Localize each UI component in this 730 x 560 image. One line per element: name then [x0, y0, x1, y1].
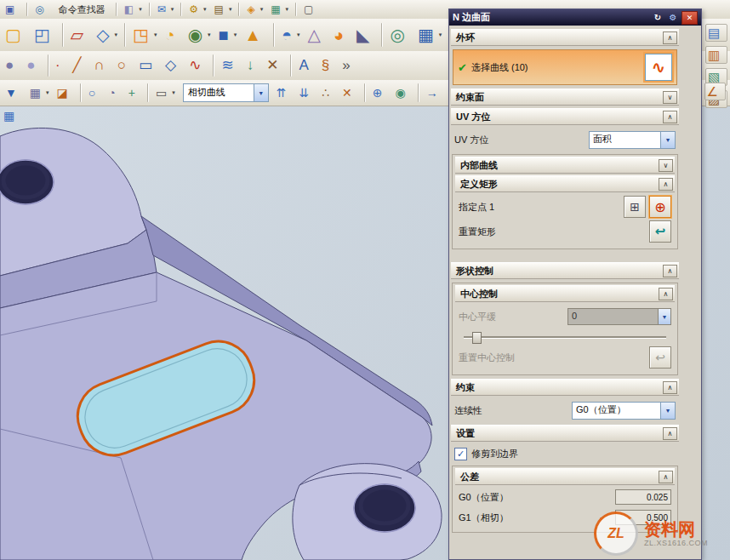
reset-rectangle-button[interactable]: ↩	[649, 220, 671, 243]
shaded-mode-icon[interactable]: ◔	[105, 81, 123, 105]
curve-rule-combo[interactable]: 相切曲线 ▼	[183, 83, 269, 102]
collapse-arrow-icon[interactable]: ∧	[663, 111, 677, 123]
collapse-arrow-icon[interactable]: ∨	[659, 159, 673, 172]
envelope-icon[interactable]: ✉ ▾	[154, 1, 178, 19]
snap-arc-center-icon[interactable]: ⊕	[369, 81, 391, 105]
section-center-control[interactable]: 中心控制 ∧	[455, 285, 675, 302]
chevron-down-icon[interactable]: ▼	[660, 403, 675, 419]
more-commands-icon[interactable]: »	[339, 52, 358, 78]
collapse-arrow-icon[interactable]: ∨	[663, 91, 677, 104]
open-file-icon[interactable]: ◰	[31, 20, 59, 50]
chevron-down-icon[interactable]: ▼	[660, 132, 675, 148]
project-curve-icon[interactable]: ↓	[243, 52, 263, 78]
gear-icon[interactable]: ⚙ ▾	[185, 1, 209, 19]
datum-plane-icon[interactable]: ◇ ▾	[93, 20, 121, 50]
wcs-toggle-icon[interactable]: ◪	[54, 81, 77, 105]
point-icon[interactable]: ∙	[53, 52, 69, 78]
plus-icon[interactable]: +	[125, 81, 144, 105]
snap-endpoint-icon[interactable]: ⇈	[273, 81, 295, 105]
chamfer-icon[interactable]: ◣	[353, 20, 378, 50]
shell-icon[interactable]: ◎	[386, 20, 413, 50]
new-file-icon[interactable]: ▢	[2, 20, 30, 50]
collapse-arrow-icon[interactable]: ∧	[659, 178, 673, 191]
snap-midpoint-icon[interactable]: ⇊	[295, 81, 317, 105]
curve-select-button[interactable]: ∿	[645, 54, 672, 81]
slider-thumb[interactable]	[472, 332, 482, 344]
view-dropdown-icon[interactable]: ◧ ▾	[121, 1, 145, 19]
uv-orientation-dropdown[interactable]: 面积 ▼	[589, 131, 676, 149]
dialog-titlebar[interactable]: N 边曲面 ↻ ⚙ ✕	[449, 9, 701, 26]
revolve-icon[interactable]: ◔	[162, 20, 184, 50]
layers-icon[interactable]: ▤ ▾	[211, 1, 236, 19]
snap-quadrant-icon[interactable]: ◉	[392, 81, 414, 105]
collapse-arrow-icon[interactable]: ∧	[659, 288, 673, 300]
boss-icon[interactable]: ▲	[241, 20, 270, 50]
point-dialog-button[interactable]: ⊞	[624, 196, 646, 218]
trim-body-icon[interactable]: △	[305, 20, 329, 50]
spline-icon[interactable]: ∿	[185, 52, 209, 78]
command-finder-icon[interactable]: ◎	[31, 1, 52, 19]
rectangle-icon[interactable]: ▭	[135, 52, 161, 78]
spinner-down-icon[interactable]: ▼	[658, 309, 670, 324]
viewport-grid-icon[interactable]: ▦	[3, 109, 14, 123]
tolerance-g0-field[interactable]: 0.025	[615, 489, 671, 505]
angle-icon[interactable]: ∠	[704, 83, 726, 100]
section-outer-loop[interactable]: 外环 ∧	[451, 29, 679, 46]
line-icon[interactable]: ╱	[69, 52, 89, 78]
cylinder-icon[interactable]: ●	[2, 52, 22, 78]
block-icon[interactable]: ■ ▾	[215, 20, 241, 50]
collapse-arrow-icon[interactable]: ∧	[663, 31, 677, 44]
dialog-close-icon[interactable]: ✕	[682, 11, 698, 25]
arc-icon[interactable]: ∩	[91, 52, 113, 78]
type-filter-dropdown[interactable]: ▼	[2, 81, 26, 105]
snap-options-icon[interactable]: ▦ ▾	[26, 81, 53, 105]
select-curve-row[interactable]: ✔ 选择曲线 (10) ∿	[453, 49, 677, 85]
collapse-arrow-icon[interactable]: ∧	[663, 427, 677, 440]
curve-rule-dropdown-icon[interactable]: ▼	[254, 84, 268, 101]
section-define-rectangle[interactable]: 定义矩形 ∧	[455, 175, 675, 192]
section-uv-orientation[interactable]: UV 方位 ∧	[451, 108, 679, 125]
section-settings[interactable]: 设置 ∧	[451, 425, 679, 442]
collapse-arrow-icon[interactable]: ∧	[663, 381, 677, 394]
helix-icon[interactable]: §	[318, 52, 338, 78]
reset-center-button[interactable]: ↩	[649, 346, 671, 369]
section-tolerance[interactable]: 公差 ∧	[455, 468, 675, 485]
section-internal-curves[interactable]: 内部曲线 ∨	[455, 157, 675, 174]
intersect-curve-icon[interactable]: ✕	[263, 52, 287, 78]
command-finder-label[interactable]: 命令查找器	[54, 1, 112, 19]
window-icon[interactable]: ▢	[300, 1, 322, 19]
hole-icon[interactable]: ◉ ▾	[185, 20, 214, 50]
continuity-dropdown[interactable]: G0（位置） ▼	[572, 402, 676, 420]
offset-curve-icon[interactable]: ≋	[218, 52, 242, 78]
snap-point-on-curve-icon[interactable]: →	[423, 81, 447, 105]
circle-icon[interactable]: ○	[114, 52, 134, 78]
polygon-icon[interactable]: ◇	[162, 52, 185, 78]
assembly-navigator-icon[interactable]: ▤	[705, 24, 727, 42]
section-constraints[interactable]: 约束 ∧	[451, 379, 679, 396]
center-flat-slider[interactable]	[464, 331, 666, 343]
section-shape-control[interactable]: 形状控制 ∧	[451, 262, 679, 279]
snap-intersection-icon[interactable]: ✕	[339, 81, 361, 105]
app-icon[interactable]: ▣	[2, 1, 23, 19]
trim-boundary-checkbox[interactable]: ✓	[454, 448, 467, 460]
collapse-arrow-icon[interactable]: ∧	[659, 471, 673, 483]
point-constructor-button[interactable]: ⊕	[649, 196, 671, 218]
snap-control-point-icon[interactable]: ∴	[318, 81, 338, 105]
sphere-icon[interactable]: ●	[23, 52, 43, 78]
pattern-icon[interactable]: ▦ ▾	[414, 20, 445, 50]
text-icon[interactable]: A	[295, 52, 317, 78]
dialog-reset-icon[interactable]: ↻	[651, 12, 664, 24]
dialog-options-gear-icon[interactable]: ⚙	[666, 12, 680, 24]
part-navigator-icon[interactable]: ▥	[705, 46, 727, 64]
grid-display-icon[interactable]: ▦ ▾	[267, 1, 292, 19]
collapse-arrow-icon[interactable]: ∧	[663, 265, 677, 277]
circle-center-icon[interactable]: ○	[85, 81, 104, 105]
edge-blend-icon[interactable]: ◕	[330, 20, 352, 50]
unite-icon[interactable]: ◓ ▾	[278, 20, 304, 50]
section-constraint-faces[interactable]: 约束面 ∨	[451, 89, 679, 106]
sketch-icon[interactable]: ▱	[67, 20, 92, 50]
marquee-select-icon[interactable]: ▭ ▾	[152, 81, 179, 105]
extrude-icon[interactable]: ◳ ▾	[129, 20, 160, 50]
center-flat-field[interactable]: 0 ▼	[567, 308, 671, 325]
cube-view-icon[interactable]: ◈ ▾	[243, 1, 266, 19]
